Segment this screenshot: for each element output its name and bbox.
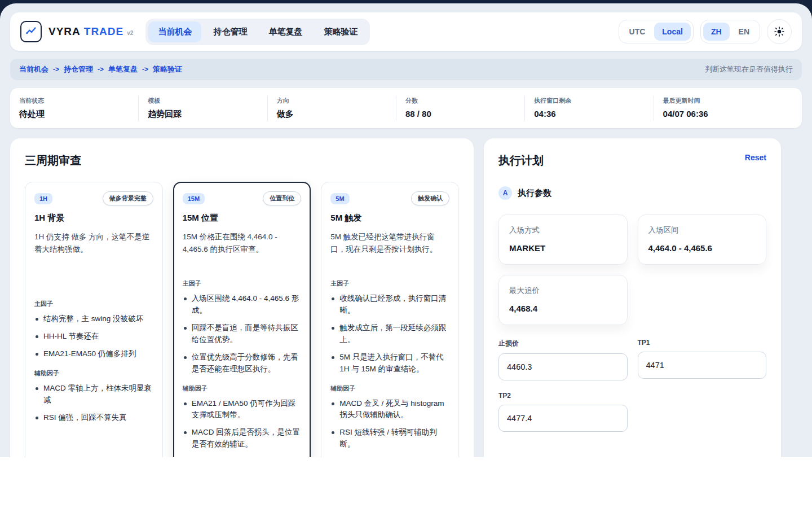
- status-label: 最后更新时间: [663, 97, 793, 105]
- app-container: VYRA TRADE v2 当前机会 持仓管理 单笔复盘 策略验证 UTC Lo…: [0, 3, 812, 457]
- brand: VYRA TRADE v2: [20, 21, 133, 42]
- param-label: 入场方式: [509, 225, 617, 235]
- primary-factors-label: 主因子: [183, 279, 302, 288]
- status-bar: 当前状态 待处理 模板 趋势回踩 方向 做多 分数 88 / 80 执行窗口剩余…: [10, 88, 802, 128]
- status-value: 88 / 80: [405, 109, 515, 119]
- param-entry-method: 入场方式 MARKET: [498, 214, 628, 265]
- breadcrumb-item-strategy-validation[interactable]: 策略验证: [153, 64, 182, 75]
- review-column-15m[interactable]: 15M 位置到位 15M 位置 15M 价格正在围绕 4,464.0 - 4,4…: [173, 182, 311, 457]
- status-window-remaining: 执行窗口剩余 04:36: [524, 95, 653, 121]
- nav-tab-opportunities[interactable]: 当前机会: [148, 21, 201, 42]
- factor-item: EMA21 / EMA50 仍可作为回踩支撑或压制带。: [183, 398, 302, 422]
- plan-section-header: A 执行参数: [498, 186, 766, 200]
- language-en-button[interactable]: EN: [731, 23, 757, 41]
- factor-item: 结构完整，主 swing 没被破坏: [34, 313, 153, 325]
- breadcrumb-item-trade-review[interactable]: 单笔复盘: [108, 64, 138, 75]
- column-header: 15M 位置到位: [183, 191, 302, 205]
- timezone-utc-button[interactable]: UTC: [621, 23, 654, 41]
- secondary-factors-list: MACD 零轴上方，柱体未明显衰减 RSI 偏强，回踩不算失真: [34, 383, 153, 424]
- status-last-updated: 最后更新时间 04/07 06:36: [654, 95, 802, 121]
- column-title: 1H 背景: [34, 213, 153, 224]
- main-content: 三周期审查 1H 做多背景完整 1H 背景 1H 仍支持 做多 方向，这笔不是逆…: [10, 138, 802, 457]
- brand-logo-icon: [20, 21, 42, 42]
- breadcrumb-item-opportunities[interactable]: 当前机会: [19, 64, 48, 75]
- param-entry-zone: 入场区间 4,464.0 - 4,465.6: [638, 214, 767, 265]
- plan-inputs: 止损价 TP1 TP2: [498, 339, 766, 432]
- factor-item: HH-HL 节奏还在: [34, 331, 153, 343]
- tp2-field: TP2: [498, 392, 628, 432]
- theme-toggle-button[interactable]: [767, 19, 792, 44]
- secondary-factors-list: EMA21 / EMA50 仍可作为回踩支撑或压制带。 MACD 回落后是否拐头…: [183, 398, 302, 451]
- param-label: 最大追价: [509, 286, 617, 296]
- nav-tab-strategy-validation[interactable]: 策略验证: [314, 21, 367, 42]
- sun-icon: [774, 26, 785, 37]
- timeframe-badge: 1H: [34, 193, 52, 204]
- language-toggle: ZH EN: [700, 20, 760, 43]
- tp2-label: TP2: [498, 392, 628, 400]
- review-column-5m[interactable]: 5M 触发确认 5M 触发 5M 触发已经把这笔带进执行窗口，现在只剩是否按计划…: [321, 182, 459, 457]
- section-a-badge: A: [498, 186, 512, 200]
- page: VYRA TRADE v2 当前机会 持仓管理 单笔复盘 策略验证 UTC Lo…: [0, 0, 812, 508]
- factor-item: MACD 回落后是否拐头，是位置是否有效的辅证。: [183, 427, 302, 450]
- status-label: 执行窗口剩余: [534, 97, 644, 105]
- plan-params: 入场方式 MARKET 入场区间 4,464.0 - 4,465.6 最大追价 …: [498, 214, 766, 325]
- column-summary: 5M 触发已经把这笔带进执行窗口，现在只剩是否按计划执行。: [330, 231, 449, 270]
- review-title: 三周期审查: [25, 153, 459, 168]
- breadcrumb-hint: 判断这笔现在是否值得执行: [705, 64, 793, 75]
- brand-name: VYRA TRADE v2: [48, 25, 133, 38]
- status-current-state: 当前状态 待处理: [10, 95, 138, 121]
- column-status-badge: 位置到位: [263, 191, 301, 205]
- breadcrumb-separator: ->: [142, 65, 148, 73]
- breadcrumb: 当前机会 -> 持仓管理 -> 单笔复盘 -> 策略验证 判断这笔现在是否值得执…: [10, 59, 802, 80]
- language-zh-button[interactable]: ZH: [703, 23, 730, 41]
- secondary-factors-list: MACD 金叉 / 死叉与 histogram 拐头只做辅助确认。 RSI 短线…: [330, 398, 449, 451]
- status-value: 趋势回踩: [148, 109, 258, 120]
- breadcrumb-separator: ->: [53, 65, 59, 73]
- timezone-toggle: UTC Local: [619, 20, 694, 43]
- status-label: 方向: [277, 97, 387, 105]
- stop-loss-input[interactable]: [498, 353, 628, 380]
- review-columns: 1H 做多背景完整 1H 背景 1H 仍支持 做多 方向，这笔不是逆着大结构强做…: [25, 182, 459, 457]
- primary-factors-list: 收线确认已经形成，执行窗口清晰。 触发成立后，第一段延续必须跟上。 5M 只是进…: [330, 293, 449, 375]
- factor-item: RSI 短线转强 / 转弱可辅助判断。: [330, 427, 449, 450]
- tp1-input[interactable]: [638, 352, 767, 379]
- status-label: 当前状态: [19, 97, 129, 105]
- status-value: 04/07 06:36: [663, 109, 793, 119]
- tp1-field: TP1: [638, 339, 767, 380]
- primary-factors-list: 入场区围绕 4,464.0 - 4,465.6 形成。 回踩不是盲追，而是等待共…: [183, 293, 302, 375]
- factor-item: RSI 偏强，回踩不算失真: [34, 412, 153, 424]
- factor-item: MACD 金叉 / 死叉与 histogram 拐头只做辅助确认。: [330, 398, 449, 422]
- navbar-controls: UTC Local ZH EN: [619, 19, 792, 44]
- brand-name-primary: VYRA: [48, 25, 81, 38]
- review-column-1h[interactable]: 1H 做多背景完整 1H 背景 1H 仍支持 做多 方向，这笔不是逆着大结构强做…: [25, 182, 163, 457]
- column-summary: 1H 仍支持 做多 方向，这笔不是逆着大结构强做。: [34, 231, 153, 291]
- primary-factors-label: 主因子: [34, 300, 153, 308]
- factor-item: 入场区围绕 4,464.0 - 4,465.6 形成。: [183, 293, 302, 317]
- brand-version: v2: [127, 30, 133, 36]
- factor-item: 触发成立后，第一段延续必须跟上。: [330, 322, 449, 346]
- tp2-input[interactable]: [498, 405, 628, 432]
- secondary-factors-label: 辅助因子: [34, 369, 153, 378]
- status-label: 分数: [405, 97, 515, 105]
- breadcrumb-item-positions[interactable]: 持仓管理: [64, 64, 93, 75]
- param-label: 入场区间: [648, 225, 756, 235]
- param-max-chase: 最大追价 4,468.4: [498, 275, 628, 325]
- plan-section-title: 执行参数: [518, 188, 551, 199]
- reset-button[interactable]: Reset: [745, 153, 766, 162]
- column-status-badge: 做多背景完整: [103, 191, 153, 205]
- factor-item: 5M 只是进入执行窗口，不替代 1H 与 15M 的审查结论。: [330, 352, 449, 375]
- status-value: 待处理: [19, 109, 129, 120]
- brand-name-accent: TRADE: [84, 25, 123, 38]
- nav-tab-positions[interactable]: 持仓管理: [204, 21, 257, 42]
- primary-factors-label: 主因子: [330, 279, 449, 288]
- timezone-local-button[interactable]: Local: [654, 23, 691, 41]
- nav-tab-trade-review[interactable]: 单笔复盘: [259, 21, 312, 42]
- column-status-badge: 触发确认: [411, 191, 449, 205]
- param-value: MARKET: [509, 243, 617, 253]
- status-value: 做多: [277, 109, 387, 120]
- column-summary: 15M 价格正在围绕 4,464.0 - 4,465.6 的执行区审查。: [183, 231, 302, 270]
- top-navbar: VYRA TRADE v2 当前机会 持仓管理 单笔复盘 策略验证 UTC Lo…: [10, 12, 802, 51]
- execution-plan-card: 执行计划 Reset A 执行参数 入场方式 MARKET 入场区间 4,464…: [484, 138, 781, 457]
- primary-factors-list: 结构完整，主 swing 没被破坏 HH-HL 节奏还在 EMA21-EMA50…: [34, 313, 153, 360]
- stop-loss-field: 止损价: [498, 339, 628, 380]
